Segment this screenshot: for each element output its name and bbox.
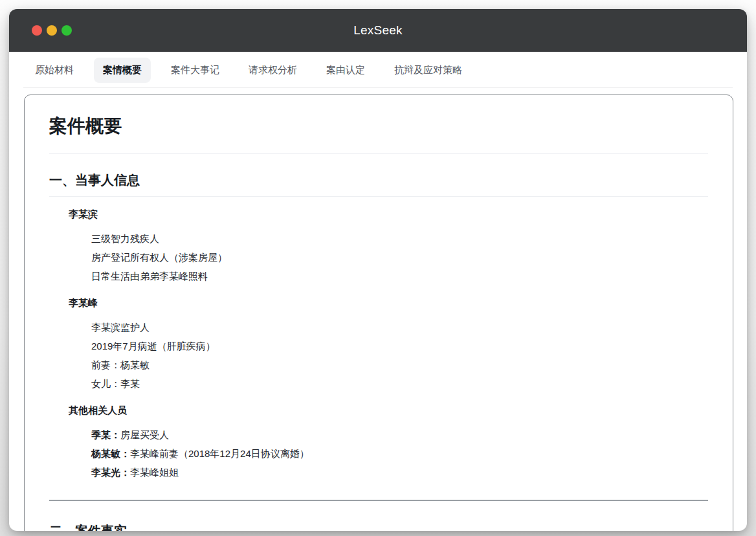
app-window: LexSeek 原始材料 案情概要 案件大事记 请求权分析 案由认定 抗辩及应对…: [9, 9, 747, 531]
detail-line: 日常生活由弟弟李某峰照料: [91, 267, 708, 285]
window-title: LexSeek: [353, 23, 402, 38]
close-button[interactable]: [32, 25, 42, 36]
detail-line: 杨某敏：李某峰前妻（2018年12月24日协议离婚）: [91, 444, 708, 463]
section-rule: [49, 500, 708, 501]
detail-label: 季某：: [91, 429, 120, 440]
tab-cause-of-action[interactable]: 案由认定: [317, 58, 374, 83]
party-group: 李某峰 李某滨监护人 2019年7月病逝（肝脏疾病） 前妻：杨某敏 女儿：李某: [49, 296, 708, 393]
section-heading-parties: 一、当事人信息: [49, 171, 708, 189]
tab-case-timeline[interactable]: 案件大事记: [162, 58, 228, 83]
party-detail-list: 三级智力残疾人 房产登记所有权人（涉案房屋） 日常生活由弟弟李某峰照料: [69, 229, 708, 285]
page-title: 案件概要: [49, 115, 708, 138]
party-name: 李某峰: [69, 296, 708, 310]
party-detail-list: 季某：房屋买受人 杨某敏：李某峰前妻（2018年12月24日协议离婚） 李某光：…: [69, 425, 708, 482]
maximize-button[interactable]: [61, 25, 72, 36]
detail-line: 房产登记所有权人（涉案房屋）: [91, 248, 708, 267]
detail-line: 季某：房屋买受人: [91, 425, 708, 444]
detail-text: 李某峰姐姐: [130, 467, 179, 478]
tab-case-summary[interactable]: 案情概要: [94, 58, 151, 83]
detail-text: 房屋买受人: [120, 429, 169, 440]
detail-line: 李某光：李某峰姐姐: [91, 463, 708, 482]
party-name: 其他相关人员: [69, 403, 708, 418]
detail-text: 房产登记所有权人（涉案房屋）: [91, 252, 227, 263]
titlebar: LexSeek: [9, 9, 747, 52]
detail-line: 女儿：李某: [91, 374, 708, 393]
party-detail-list: 李某滨监护人 2019年7月病逝（肝脏疾病） 前妻：杨某敏 女儿：李某: [69, 318, 708, 393]
detail-line: 三级智力残疾人: [91, 229, 708, 248]
tab-original-materials[interactable]: 原始材料: [26, 58, 83, 83]
content-scroll-area[interactable]: 案件概要 一、当事人信息 李某滨 三级智力残疾人 房产登记所有权人（涉案房屋） …: [9, 88, 747, 531]
detail-text: 2019年7月病逝（肝脏疾病）: [91, 341, 216, 352]
detail-line: 李某滨监护人: [91, 318, 708, 337]
detail-text: 三级智力残疾人: [91, 233, 159, 244]
detail-label: 李某光：: [91, 467, 130, 478]
detail-line: 前妻：杨某敏: [91, 355, 708, 374]
party-group: 李某滨 三级智力残疾人 房产登记所有权人（涉案房屋） 日常生活由弟弟李某峰照料: [49, 207, 708, 285]
tab-claim-analysis[interactable]: 请求权分析: [239, 58, 306, 83]
case-summary-card: 案件概要 一、当事人信息 李某滨 三级智力残疾人 房产登记所有权人（涉案房屋） …: [24, 95, 733, 531]
detail-text: 李某滨监护人: [91, 322, 150, 333]
detail-label: 杨某敏：: [91, 448, 130, 459]
detail-text: 女儿：李某: [91, 378, 140, 389]
detail-line: 2019年7月病逝（肝脏疾病）: [91, 337, 708, 355]
detail-text: 李某峰前妻（2018年12月24日协议离婚）: [130, 448, 309, 459]
tab-defense-strategy[interactable]: 抗辩及应对策略: [385, 58, 471, 83]
minimize-button[interactable]: [47, 25, 57, 36]
title-divider: [49, 153, 708, 154]
detail-text: 日常生活由弟弟李某峰照料: [91, 271, 208, 282]
party-name: 李某滨: [69, 207, 708, 221]
section-divider: [49, 196, 708, 197]
traffic-lights: [32, 9, 72, 52]
detail-text: 前妻：杨某敏: [91, 359, 150, 370]
tab-bar: 原始材料 案情概要 案件大事记 请求权分析 案由认定 抗辩及应对策略: [9, 52, 747, 88]
section-heading-facts: 二、案件事实: [49, 522, 708, 531]
party-group: 其他相关人员 季某：房屋买受人 杨某敏：李某峰前妻（2018年12月24日协议离…: [49, 403, 708, 482]
